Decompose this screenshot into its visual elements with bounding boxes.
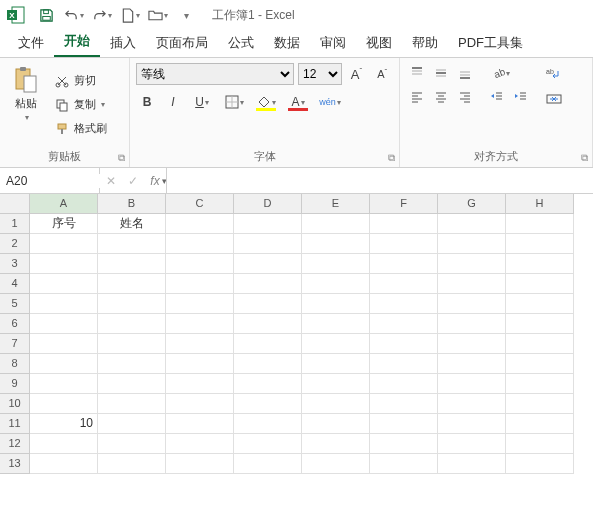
- cell[interactable]: [98, 234, 166, 254]
- cell[interactable]: [166, 234, 234, 254]
- italic-button[interactable]: I: [162, 91, 184, 113]
- cell[interactable]: [98, 414, 166, 434]
- tab-insert[interactable]: 插入: [100, 29, 146, 57]
- cell[interactable]: [30, 314, 98, 334]
- cell[interactable]: [30, 374, 98, 394]
- row-header[interactable]: 11: [0, 414, 30, 434]
- cell[interactable]: [234, 254, 302, 274]
- row-header[interactable]: 9: [0, 374, 30, 394]
- cell[interactable]: [370, 294, 438, 314]
- font-size-select[interactable]: 12: [298, 63, 341, 85]
- cell[interactable]: [438, 414, 506, 434]
- cell[interactable]: [438, 274, 506, 294]
- tab-file[interactable]: 文件: [8, 29, 54, 57]
- cell[interactable]: [438, 394, 506, 414]
- cancel-formula-button[interactable]: ✕: [100, 174, 122, 188]
- font-launcher-icon[interactable]: ⧉: [388, 152, 395, 164]
- cell[interactable]: [30, 394, 98, 414]
- cell[interactable]: [98, 374, 166, 394]
- tab-view[interactable]: 视图: [356, 29, 402, 57]
- cell[interactable]: [302, 234, 370, 254]
- cell[interactable]: [302, 374, 370, 394]
- row-header[interactable]: 3: [0, 254, 30, 274]
- cell[interactable]: [506, 314, 574, 334]
- cell[interactable]: [234, 314, 302, 334]
- increase-indent-button[interactable]: [510, 86, 532, 108]
- cell[interactable]: [98, 394, 166, 414]
- tab-help[interactable]: 帮助: [402, 29, 448, 57]
- cell[interactable]: [302, 394, 370, 414]
- cell[interactable]: [438, 374, 506, 394]
- cell[interactable]: [506, 454, 574, 474]
- cell[interactable]: [98, 454, 166, 474]
- tab-formulas[interactable]: 公式: [218, 29, 264, 57]
- row-header[interactable]: 10: [0, 394, 30, 414]
- cell[interactable]: [302, 454, 370, 474]
- cell[interactable]: [234, 274, 302, 294]
- cell[interactable]: [370, 314, 438, 334]
- cell[interactable]: [166, 274, 234, 294]
- copy-button[interactable]: 复制▾: [50, 94, 111, 116]
- row-header[interactable]: 6: [0, 314, 30, 334]
- new-file-button[interactable]: ▾: [120, 5, 140, 25]
- underline-button[interactable]: U▾: [188, 91, 216, 113]
- cell[interactable]: [506, 394, 574, 414]
- cell[interactable]: [234, 214, 302, 234]
- column-header[interactable]: H: [506, 194, 574, 214]
- cell[interactable]: [166, 254, 234, 274]
- format-painter-button[interactable]: 格式刷: [50, 118, 111, 140]
- cell[interactable]: [234, 334, 302, 354]
- cell[interactable]: [98, 434, 166, 454]
- cell[interactable]: [30, 274, 98, 294]
- cell[interactable]: [30, 434, 98, 454]
- cell[interactable]: [370, 234, 438, 254]
- redo-button[interactable]: ▾: [92, 5, 112, 25]
- open-file-button[interactable]: ▾: [148, 5, 168, 25]
- cell[interactable]: [370, 434, 438, 454]
- column-header[interactable]: E: [302, 194, 370, 214]
- row-header[interactable]: 12: [0, 434, 30, 454]
- align-bottom-button[interactable]: [454, 62, 476, 84]
- cell[interactable]: [166, 374, 234, 394]
- tab-review[interactable]: 审阅: [310, 29, 356, 57]
- insert-function-button[interactable]: fx: [144, 174, 166, 188]
- cell[interactable]: [98, 294, 166, 314]
- cell[interactable]: [302, 414, 370, 434]
- cell[interactable]: [370, 354, 438, 374]
- cell[interactable]: [506, 334, 574, 354]
- cell[interactable]: [506, 234, 574, 254]
- orientation-button[interactable]: ab▾: [486, 62, 514, 84]
- cell[interactable]: 姓名: [98, 214, 166, 234]
- cell[interactable]: [370, 274, 438, 294]
- cell[interactable]: [98, 254, 166, 274]
- cell[interactable]: [438, 254, 506, 274]
- cell[interactable]: [302, 354, 370, 374]
- cell[interactable]: [370, 254, 438, 274]
- paste-button[interactable]: 粘贴 ▾: [6, 62, 46, 147]
- cell[interactable]: [438, 234, 506, 254]
- tab-home[interactable]: 开始: [54, 27, 100, 57]
- column-header[interactable]: F: [370, 194, 438, 214]
- align-middle-button[interactable]: [430, 62, 452, 84]
- cell[interactable]: [506, 214, 574, 234]
- cell[interactable]: [302, 214, 370, 234]
- cell[interactable]: [438, 434, 506, 454]
- tab-pdf-tools[interactable]: PDF工具集: [448, 29, 533, 57]
- cell[interactable]: [438, 334, 506, 354]
- wrap-text-button[interactable]: ab: [542, 64, 566, 86]
- cell[interactable]: [506, 414, 574, 434]
- cell[interactable]: [234, 374, 302, 394]
- cell[interactable]: [30, 354, 98, 374]
- align-left-button[interactable]: [406, 86, 428, 108]
- cell[interactable]: [370, 394, 438, 414]
- align-top-button[interactable]: [406, 62, 428, 84]
- qat-customize-button[interactable]: ▾: [176, 5, 196, 25]
- tab-page-layout[interactable]: 页面布局: [146, 29, 218, 57]
- cell[interactable]: [506, 434, 574, 454]
- cell[interactable]: [370, 374, 438, 394]
- cell[interactable]: [438, 314, 506, 334]
- cell[interactable]: [302, 314, 370, 334]
- clipboard-launcher-icon[interactable]: ⧉: [118, 152, 125, 164]
- phonetic-button[interactable]: wén▾: [316, 91, 344, 113]
- cut-button[interactable]: 剪切: [50, 70, 111, 92]
